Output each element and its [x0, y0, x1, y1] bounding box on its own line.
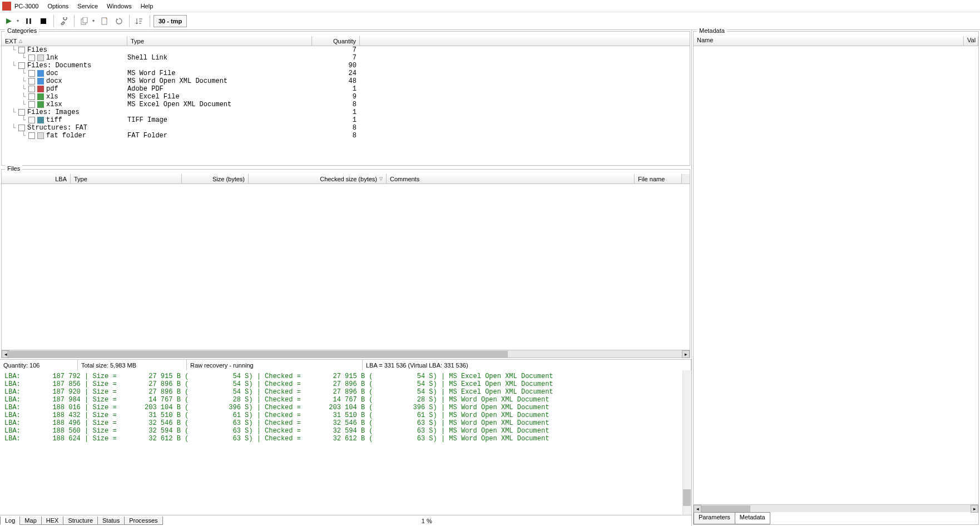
col-meta-value[interactable]: Val	[964, 36, 978, 46]
scroll-left-icon[interactable]: ◂	[694, 505, 701, 513]
menu-windows[interactable]: Windows	[102, 2, 136, 11]
tab-structure[interactable]: Structure	[63, 517, 98, 525]
checkbox[interactable]	[28, 117, 35, 123]
svg-rect-5	[83, 17, 87, 23]
col-comments[interactable]: Comments	[387, 174, 635, 183]
tools-button[interactable]	[57, 14, 71, 28]
category-type: MS Word File	[127, 70, 312, 77]
menu-help[interactable]: Help	[136, 2, 158, 11]
checkbox[interactable]	[28, 78, 35, 85]
category-row[interactable]: └Files: Documents90	[2, 62, 690, 70]
refresh-button[interactable]	[112, 14, 126, 28]
scroll-thumb[interactable]	[683, 489, 691, 506]
pause-button[interactable]	[22, 14, 36, 28]
category-qty: 8	[312, 132, 357, 140]
checkbox[interactable]	[28, 70, 35, 77]
category-ext: tiff	[46, 116, 62, 124]
checkbox[interactable]	[28, 93, 35, 100]
scroll-right-icon[interactable]: ▸	[682, 350, 690, 358]
sort-button[interactable]	[133, 14, 146, 28]
category-qty: 8	[312, 101, 357, 108]
checkbox[interactable]	[18, 125, 25, 131]
status-lba: LBA = 331 536 (Virtual LBA: 331 536)	[363, 360, 691, 370]
category-qty: 7	[312, 54, 357, 62]
category-row[interactable]: └lnkShell Link7	[2, 54, 690, 62]
toolbar-context[interactable]: 30 - tmp	[154, 15, 187, 27]
category-row[interactable]: └Files7	[2, 46, 690, 54]
scroll-thumb[interactable]	[701, 505, 750, 512]
category-row[interactable]: └Structures: FAT8	[2, 124, 690, 132]
col-lba[interactable]: LBA	[2, 174, 71, 183]
category-row[interactable]: └fat folderFAT Folder8	[2, 132, 690, 140]
svg-rect-1	[26, 18, 28, 24]
copy-button[interactable]	[78, 14, 91, 28]
col-meta-name[interactable]: Name	[694, 36, 964, 46]
app-title: PC-3000	[14, 3, 38, 9]
tree-elbow-icon: └	[12, 108, 18, 116]
tab-processes[interactable]: Processes	[124, 517, 162, 525]
checkbox[interactable]	[18, 47, 25, 53]
tree-elbow-icon: └	[22, 132, 28, 140]
menu-options[interactable]: Options	[43, 2, 73, 11]
scroll-thumb[interactable]	[7, 351, 508, 358]
copy-dropdown-icon[interactable]: ▾	[92, 18, 97, 23]
menu-service[interactable]: Service	[73, 2, 102, 11]
filetype-icon	[37, 78, 44, 85]
checkbox[interactable]	[28, 54, 35, 61]
col-type[interactable]: Type	[71, 174, 182, 183]
tab-status[interactable]: Status	[97, 517, 125, 525]
category-row[interactable]: └docMS Word File24	[2, 70, 690, 77]
checkbox[interactable]	[28, 101, 35, 108]
play-dropdown-icon[interactable]: ▾	[17, 18, 21, 23]
category-qty: 1	[312, 108, 357, 116]
metadata-hscrollbar[interactable]: ◂ ▸	[694, 504, 978, 512]
log-area: LBA: 187 792 | Size = 27 915 B ( 54 S) |…	[0, 370, 691, 515]
col-ext[interactable]: EXT△	[2, 36, 127, 46]
categories-label: Categories	[5, 27, 39, 34]
stop-button[interactable]	[37, 14, 50, 28]
filetype-icon	[37, 93, 44, 100]
tree-elbow-icon: └	[12, 46, 18, 54]
tab-map[interactable]: Map	[19, 517, 41, 525]
checkbox[interactable]	[28, 132, 35, 139]
filetype-icon	[37, 70, 44, 77]
col-checked-size[interactable]: Checked size (bytes)▽	[249, 174, 387, 183]
menu-bar: PC-3000 Options Service Windows Help	[0, 0, 980, 12]
category-row[interactable]: └pdfAdobe PDF1	[2, 85, 690, 93]
col-quantity[interactable]: Quantity	[312, 36, 360, 46]
log-line: LBA: 188 560 | Size = 32 594 B ( 63 S) |…	[4, 427, 687, 435]
category-row[interactable]: └Files: Images1	[2, 108, 690, 116]
col-size[interactable]: Size (bytes)	[182, 174, 249, 183]
files-vscroll-stub[interactable]	[682, 174, 690, 183]
tab-hex[interactable]: HEX	[41, 517, 64, 525]
log-line: LBA: 187 984 | Size = 14 767 B ( 28 S) |…	[4, 396, 687, 404]
tree-elbow-icon: └	[22, 54, 28, 62]
new-doc-button[interactable]	[98, 14, 111, 28]
col-filename[interactable]: File name	[635, 174, 682, 183]
scroll-right-icon[interactable]: ▸	[971, 505, 978, 513]
col-type[interactable]: Type	[127, 36, 312, 46]
category-row[interactable]: └xlsMS Excel File9	[2, 93, 690, 101]
log-line: LBA: 187 856 | Size = 27 896 B ( 54 S) |…	[4, 380, 687, 388]
tab-metadata[interactable]: Metadata	[735, 512, 770, 524]
log-line: LBA: 187 792 | Size = 27 915 B ( 54 S) |…	[4, 373, 687, 380]
tree-elbow-icon: └	[12, 62, 18, 70]
toolbar-separator	[53, 15, 54, 27]
play-button[interactable]	[2, 14, 16, 28]
files-hscrollbar[interactable]: ◂ ▸	[2, 350, 690, 358]
status-operation: Raw recovery - running	[187, 360, 363, 370]
checkbox[interactable]	[18, 62, 25, 69]
metadata-body	[694, 46, 978, 504]
checkbox[interactable]	[18, 109, 25, 116]
log-vscrollbar[interactable]	[682, 370, 691, 515]
tab-log[interactable]: Log	[0, 517, 20, 525]
tab-parameters[interactable]: Parameters	[694, 512, 735, 524]
checkbox[interactable]	[28, 86, 35, 92]
category-row[interactable]: └xlsxMS Excel Open XML Document8	[2, 101, 690, 108]
svg-marker-0	[6, 18, 12, 24]
category-type: FAT Folder	[127, 132, 312, 140]
tree-elbow-icon: └	[22, 116, 28, 124]
category-row[interactable]: └docxMS Word Open XML Document48	[2, 77, 690, 85]
category-row[interactable]: └tiffTIFF Image1	[2, 116, 690, 124]
metadata-label: Metadata	[697, 27, 727, 34]
